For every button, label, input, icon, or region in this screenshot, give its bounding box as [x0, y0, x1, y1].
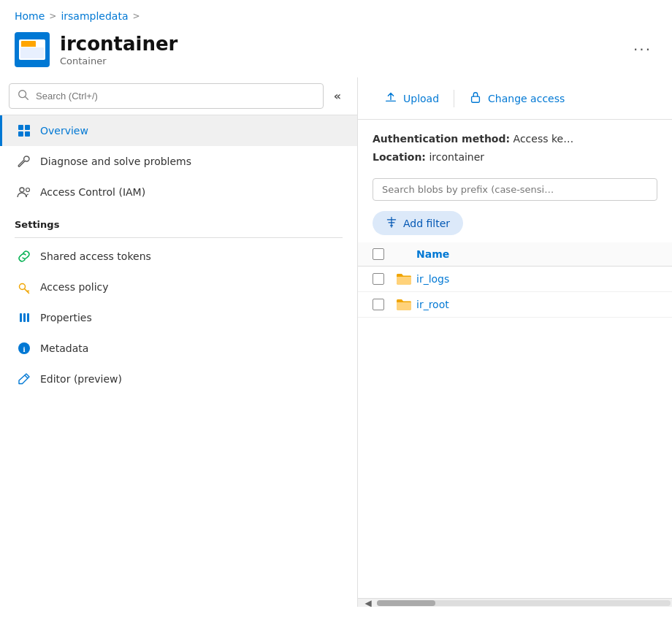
horizontal-scrollbar[interactable]: ◀: [358, 598, 672, 607]
table-row[interactable]: ir_logs: [358, 267, 672, 292]
header-check: [373, 248, 396, 260]
editor-label: Editor (preview): [40, 373, 122, 385]
access-policy-label: Access policy: [40, 281, 109, 293]
location-label: Location:: [373, 151, 426, 163]
filter-row: Add filter: [358, 208, 672, 242]
svg-rect-10: [23, 313, 26, 322]
row1-folder-icon: [396, 272, 416, 285]
search-icon: [17, 88, 30, 104]
bars-icon: [17, 310, 31, 325]
scrollbar-track[interactable]: [377, 600, 671, 606]
scroll-left-button[interactable]: ◀: [359, 598, 377, 608]
sidebar-item-iam[interactable]: Access Control (IAM): [0, 177, 357, 207]
search-input[interactable]: [36, 91, 316, 101]
svg-point-6: [20, 188, 24, 192]
sidebar-item-overview[interactable]: Overview: [0, 115, 357, 146]
breadcrumb: Home > irsampledata >: [0, 0, 672, 29]
sidebar-item-access-policy[interactable]: Access policy: [0, 272, 357, 302]
svg-rect-5: [25, 131, 30, 137]
change-access-label: Change access: [488, 93, 565, 104]
sidebar-search-row: «: [0, 77, 357, 115]
breadcrumb-sep2: >: [133, 11, 140, 21]
page-title: ircontainer: [60, 33, 617, 55]
svg-rect-4: [18, 131, 23, 137]
blob-table: Name ir_logs: [358, 242, 672, 598]
location-value-text: ircontainer: [429, 151, 484, 163]
wrench-icon: [17, 154, 31, 169]
title-block: ircontainer Container: [60, 33, 617, 66]
row1-checkbox[interactable]: [373, 273, 384, 285]
table-header: Name: [358, 242, 672, 267]
scrollbar-thumb[interactable]: [377, 600, 435, 606]
breadcrumb-parent[interactable]: irsampledata: [61, 10, 128, 22]
svg-rect-3: [25, 125, 30, 130]
header-checkbox[interactable]: [373, 248, 384, 260]
sidebar-item-shared-access[interactable]: Shared access tokens: [0, 241, 357, 272]
add-filter-button[interactable]: Add filter: [373, 211, 463, 235]
add-filter-label: Add filter: [403, 218, 450, 229]
filter-icon: [386, 216, 397, 230]
link-icon: [17, 249, 31, 264]
breadcrumb-sep1: >: [49, 11, 56, 21]
change-access-button[interactable]: Change access: [457, 85, 576, 112]
svg-line-1: [25, 96, 28, 99]
svg-rect-2: [18, 125, 23, 130]
svg-point-7: [26, 188, 30, 192]
key-icon: [17, 280, 31, 294]
properties-label: Properties: [40, 312, 92, 323]
diagnose-label: Diagnose and solve problems: [40, 156, 191, 167]
people-icon: [17, 185, 31, 199]
lock-icon: [469, 91, 482, 106]
nav-items: Overview Diagnose and solve problems: [0, 115, 357, 607]
metadata-label: Metadata: [40, 342, 88, 354]
svg-rect-9: [20, 313, 22, 322]
auth-value-text: Access ke…: [513, 133, 574, 145]
row2-folder-icon: [396, 298, 416, 311]
pencil-icon: [17, 372, 31, 386]
sidebar-item-diagnose[interactable]: Diagnose and solve problems: [0, 146, 357, 177]
page-header: ircontainer Container ···: [0, 29, 672, 77]
svg-text:i: i: [23, 345, 25, 353]
main-content: Upload Change access Authentication meth…: [358, 77, 672, 607]
row2-name[interactable]: ir_root: [416, 299, 657, 310]
toolbar: Upload Change access: [358, 77, 672, 120]
info-area: Authentication method: Access ke… Locati…: [358, 120, 672, 174]
table-row[interactable]: ir_root: [358, 292, 672, 318]
upload-button[interactable]: Upload: [373, 85, 451, 112]
sidebar-item-metadata[interactable]: i Metadata: [0, 333, 357, 364]
row2-check[interactable]: [373, 299, 396, 310]
auth-label: Authentication method:: [373, 133, 510, 145]
overview-icon: [17, 123, 31, 138]
settings-divider: [15, 237, 343, 238]
iam-label: Access Control (IAM): [40, 186, 145, 198]
layout: « Overview: [0, 77, 672, 607]
upload-label: Upload: [403, 93, 439, 104]
toolbar-separator: [454, 90, 454, 107]
svg-rect-11: [27, 313, 29, 322]
row1-check[interactable]: [373, 273, 396, 285]
sidebar-search-box[interactable]: [9, 83, 324, 109]
breadcrumb-home[interactable]: Home: [15, 10, 45, 22]
shared-access-label: Shared access tokens: [40, 250, 151, 262]
header-name-col: Name: [416, 248, 657, 260]
sidebar-item-properties[interactable]: Properties: [0, 302, 357, 333]
page-subtitle: Container: [60, 55, 617, 66]
settings-header: Settings: [0, 207, 357, 234]
info-icon: i: [17, 341, 31, 356]
upload-icon: [384, 91, 397, 106]
container-icon: [15, 32, 50, 67]
overview-label: Overview: [40, 125, 88, 137]
collapse-button[interactable]: «: [327, 85, 348, 107]
row2-checkbox[interactable]: [373, 299, 384, 310]
blob-search-row: [358, 174, 672, 208]
svg-rect-14: [472, 96, 480, 102]
sidebar-item-editor[interactable]: Editor (preview): [0, 364, 357, 394]
blob-search-input[interactable]: [373, 178, 657, 201]
row1-name[interactable]: ir_logs: [416, 273, 657, 285]
more-button[interactable]: ···: [627, 38, 657, 61]
sidebar: « Overview: [0, 77, 358, 607]
